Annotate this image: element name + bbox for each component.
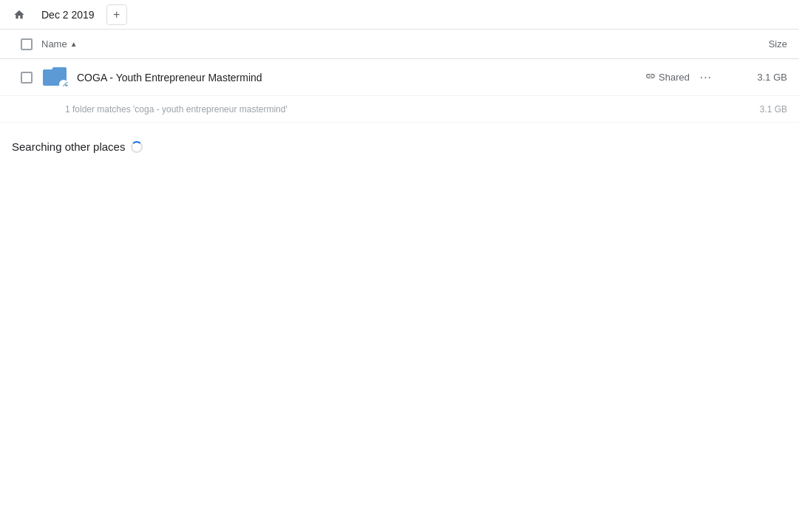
more-icon: ··· bbox=[700, 71, 712, 84]
file-icon-container: 🔗 bbox=[41, 64, 68, 91]
match-text: 1 folder matches 'coga - youth entrepren… bbox=[65, 104, 728, 115]
file-meta: Shared ··· bbox=[645, 67, 716, 88]
size-label: Size bbox=[769, 38, 787, 50]
link-icon bbox=[645, 71, 656, 83]
header-checkbox-cell bbox=[12, 38, 41, 50]
size-column-header[interactable]: Size bbox=[728, 38, 787, 50]
breadcrumb-dec-2019[interactable]: Dec 2 2019 bbox=[35, 6, 101, 24]
searching-other-places-text: Searching other places bbox=[12, 140, 125, 153]
searching-section: Searching other places bbox=[0, 123, 799, 171]
sort-arrow-icon: ▲ bbox=[70, 40, 78, 48]
row-checkbox[interactable] bbox=[21, 72, 33, 83]
breadcrumb-label: Dec 2 2019 bbox=[41, 9, 95, 21]
shared-label: Shared bbox=[659, 72, 690, 83]
match-info-row: 1 folder matches 'coga - youth entrepren… bbox=[0, 96, 799, 123]
name-column-header[interactable]: Name ▲ bbox=[41, 38, 728, 50]
column-headers: Name ▲ Size bbox=[0, 30, 799, 59]
top-bar: Dec 2 2019 + bbox=[0, 0, 799, 30]
file-size: 3.1 GB bbox=[728, 72, 787, 83]
svg-text:🔗: 🔗 bbox=[62, 81, 69, 86]
folder-shortcut-icon: 🔗 bbox=[41, 64, 68, 91]
shared-badge: Shared bbox=[645, 71, 690, 83]
select-all-checkbox[interactable] bbox=[21, 38, 33, 50]
match-size: 3.1 GB bbox=[728, 104, 787, 115]
row-checkbox-cell bbox=[12, 72, 41, 83]
searching-label: Searching other places bbox=[12, 140, 787, 153]
loading-spinner bbox=[131, 141, 143, 153]
file-row[interactable]: 🔗 COGA - Youth Entrepreneur Mastermind S… bbox=[0, 59, 799, 96]
home-button[interactable] bbox=[9, 4, 30, 25]
file-name: COGA - Youth Entrepreneur Mastermind bbox=[77, 72, 645, 83]
add-icon: + bbox=[113, 8, 120, 21]
more-options-button[interactable]: ··· bbox=[696, 67, 716, 88]
folder-svg: 🔗 bbox=[41, 64, 68, 86]
add-button[interactable]: + bbox=[106, 4, 127, 25]
name-label: Name bbox=[41, 38, 67, 50]
